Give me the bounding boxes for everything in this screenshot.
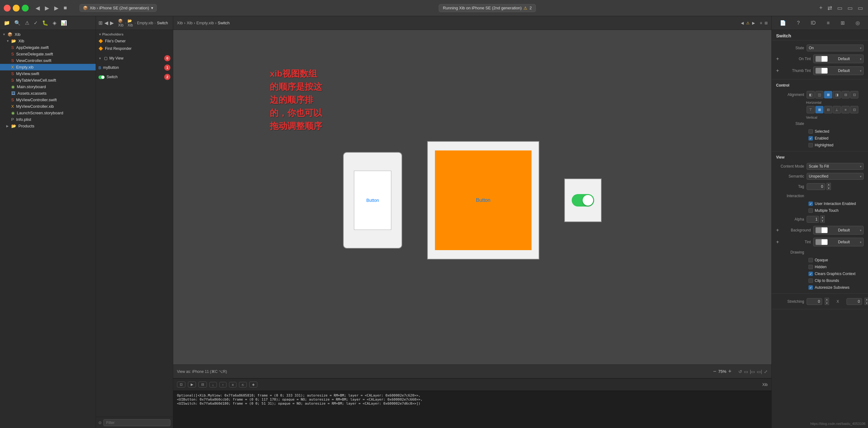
state-select[interactable]: On ▾ bbox=[807, 44, 864, 52]
align-top[interactable]: ⊤ bbox=[807, 106, 815, 113]
canvas-mode4-icon[interactable]: ⤢ bbox=[764, 369, 768, 374]
warning-nav-icon[interactable]: ⚠ bbox=[24, 19, 31, 27]
debug-stepout-btn[interactable]: ↑ bbox=[219, 382, 227, 388]
report-icon[interactable]: 📊 bbox=[60, 19, 68, 27]
align-fill-v[interactable]: ⊞ bbox=[815, 106, 824, 113]
bg-plus[interactable]: + bbox=[776, 227, 779, 233]
outline-forward-icon[interactable]: ▶ bbox=[110, 20, 114, 26]
inspector-size-icon[interactable]: ⊞ bbox=[838, 19, 847, 27]
filter-input[interactable] bbox=[103, 419, 170, 426]
opaque-checkbox[interactable] bbox=[808, 258, 813, 262]
debug-icon[interactable]: 🐛 bbox=[41, 19, 50, 27]
layout-button[interactable]: ▭ bbox=[836, 3, 844, 13]
nav-file-myview[interactable]: S MyView.swift bbox=[0, 70, 96, 77]
align-last-v[interactable]: ⊡ bbox=[850, 106, 858, 113]
content-mode-select[interactable]: Scale To Fill ▾ bbox=[807, 163, 864, 170]
align-left[interactable]: ◧ bbox=[807, 91, 815, 98]
stretch-y-down[interactable]: ▼ bbox=[865, 302, 868, 305]
debug-stepin-btn[interactable]: ↓ bbox=[209, 382, 217, 388]
user-interaction-checkbox[interactable] bbox=[808, 202, 813, 206]
nav-back-button[interactable]: ◀ bbox=[34, 3, 41, 13]
layout2-button[interactable]: ▭ bbox=[846, 3, 854, 13]
clip-to-bounds-checkbox[interactable] bbox=[808, 278, 813, 283]
minimize-button[interactable] bbox=[13, 5, 20, 11]
inspector-attr-icon[interactable]: ≡ bbox=[824, 19, 832, 27]
outline-first-responder[interactable]: 🔶 First Responder bbox=[96, 45, 173, 52]
refresh-icon[interactable]: ↺ bbox=[738, 369, 742, 374]
switch-widget[interactable] bbox=[572, 194, 594, 207]
debug-threads-btn[interactable]: ≡ bbox=[229, 382, 237, 388]
debug-stepover-btn[interactable]: ⊟ bbox=[198, 381, 207, 388]
zoom-in-button[interactable]: + bbox=[728, 368, 732, 375]
align-center-h[interactable]: ◫ bbox=[815, 91, 824, 98]
close-button[interactable] bbox=[4, 5, 10, 11]
multiple-touch-checkbox[interactable] bbox=[808, 208, 813, 213]
nav-file-myviewcontroller-swift[interactable]: S MyViewController.swift bbox=[0, 97, 96, 103]
semantic-select[interactable]: Unspecified ▾ bbox=[807, 173, 864, 180]
alpha-input[interactable] bbox=[807, 216, 819, 223]
nav-root-item[interactable]: ▼ 📦 Xib bbox=[0, 31, 96, 38]
selected-checkbox[interactable] bbox=[808, 129, 813, 134]
add-button[interactable]: + bbox=[818, 3, 824, 12]
stretch-y-up[interactable]: ▲ bbox=[865, 298, 868, 301]
align-center-v[interactable]: ⊟ bbox=[824, 106, 832, 113]
nav-file-empty-xib[interactable]: X Empty.xib bbox=[0, 64, 96, 70]
stretch-x[interactable] bbox=[807, 298, 822, 305]
nav-file-infoplist[interactable]: P Info.plist bbox=[0, 116, 96, 123]
canvas-grid-icon[interactable]: ⊞ bbox=[765, 21, 768, 25]
debug-memory-btn[interactable]: ◈ bbox=[249, 381, 257, 388]
canvas-mode3-icon[interactable]: ▭| bbox=[757, 369, 762, 374]
magnify-icon[interactable]: 🔍 bbox=[13, 19, 22, 27]
hidden-checkbox[interactable] bbox=[808, 265, 813, 269]
tag-input[interactable]: 0 bbox=[807, 183, 825, 190]
stretch-x-up[interactable]: ▲ bbox=[825, 298, 829, 301]
test-icon[interactable]: ✓ bbox=[32, 19, 39, 27]
outline-files-owner[interactable]: 🔶 File's Owner bbox=[96, 37, 173, 45]
inspector-file-icon[interactable]: 📄 bbox=[777, 19, 788, 27]
align-last[interactable]: ⊡ bbox=[850, 91, 858, 98]
align-fill-h[interactable]: ⊞ bbox=[824, 91, 832, 98]
tint-plus[interactable]: + bbox=[776, 239, 779, 245]
outline-back-icon[interactable]: ◀ bbox=[104, 20, 108, 26]
align-bottom[interactable]: ⊥ bbox=[833, 106, 841, 113]
outline-my-button[interactable]: B myButton 1 bbox=[96, 63, 173, 72]
canvas-menu-icon[interactable]: ≡ bbox=[760, 21, 762, 25]
highlighted-checkbox[interactable] bbox=[808, 143, 813, 147]
debug-play-btn[interactable]: ▶ bbox=[188, 381, 196, 388]
warning-triangle-icon[interactable]: ⚠ bbox=[746, 21, 750, 25]
clears-graphics-checkbox[interactable] bbox=[808, 272, 813, 276]
prev-warning-icon[interactable]: ◀ bbox=[741, 21, 744, 25]
nav-file-mytableviewcell[interactable]: S MyTableViewCell.swift bbox=[0, 77, 96, 84]
nav-file-main-storyboard[interactable]: ◉ Main.storyboard bbox=[0, 84, 96, 90]
debug-share-btn[interactable]: ⎋ bbox=[239, 382, 247, 388]
canvas-mode-icon[interactable]: ▭ bbox=[744, 369, 748, 374]
nav-file-appdelegate[interactable]: S AppDelegate.swift bbox=[0, 44, 96, 51]
tag-step-down[interactable]: ▼ bbox=[827, 187, 831, 190]
scheme-selector[interactable]: 📦 Xib › iPhone SE (2nd generation) ▾ bbox=[80, 4, 157, 12]
stretch-x-down[interactable]: ▼ bbox=[825, 302, 829, 305]
expand-button[interactable]: ⇄ bbox=[826, 3, 833, 13]
nav-file-assets[interactable]: 🖼 Assets.xcassets bbox=[0, 90, 96, 97]
autoresize-checkbox[interactable] bbox=[808, 285, 813, 290]
thumb-tint-plus[interactable]: + bbox=[776, 68, 779, 73]
stop-button[interactable]: ■ bbox=[62, 3, 68, 12]
align-trailing[interactable]: ⊟ bbox=[841, 91, 849, 98]
nav-group-products[interactable]: ▶ 📂 Products bbox=[0, 123, 96, 129]
outline-my-view[interactable]: ▼ ▢ My View 0 bbox=[96, 54, 173, 63]
nav-forward-button[interactable]: ▶ bbox=[43, 3, 51, 13]
tag-step-up[interactable]: ▲ bbox=[827, 183, 831, 186]
tint-select[interactable]: Default ▾ bbox=[813, 238, 864, 246]
folder-icon[interactable]: 📁 bbox=[2, 19, 11, 27]
nav-file-launchscreen[interactable]: ◉ LaunchScreen.storyboard bbox=[0, 110, 96, 116]
on-tint-plus[interactable]: + bbox=[776, 56, 779, 62]
breakpoint-icon[interactable]: ◈ bbox=[52, 19, 58, 27]
layout3-button[interactable]: ▭ bbox=[857, 3, 864, 13]
thumb-tint-select[interactable]: Default ▾ bbox=[813, 66, 864, 75]
bg-select[interactable]: Default ▾ bbox=[813, 226, 864, 235]
stretch-y[interactable] bbox=[846, 298, 862, 305]
nav-file-viewcontroller[interactable]: S ViewController.swift bbox=[0, 57, 96, 64]
zoom-out-button[interactable]: − bbox=[713, 368, 717, 375]
inspector-connect-icon[interactable]: ◎ bbox=[853, 19, 862, 27]
enabled-checkbox[interactable] bbox=[808, 136, 813, 141]
fullscreen-button[interactable] bbox=[22, 5, 29, 11]
